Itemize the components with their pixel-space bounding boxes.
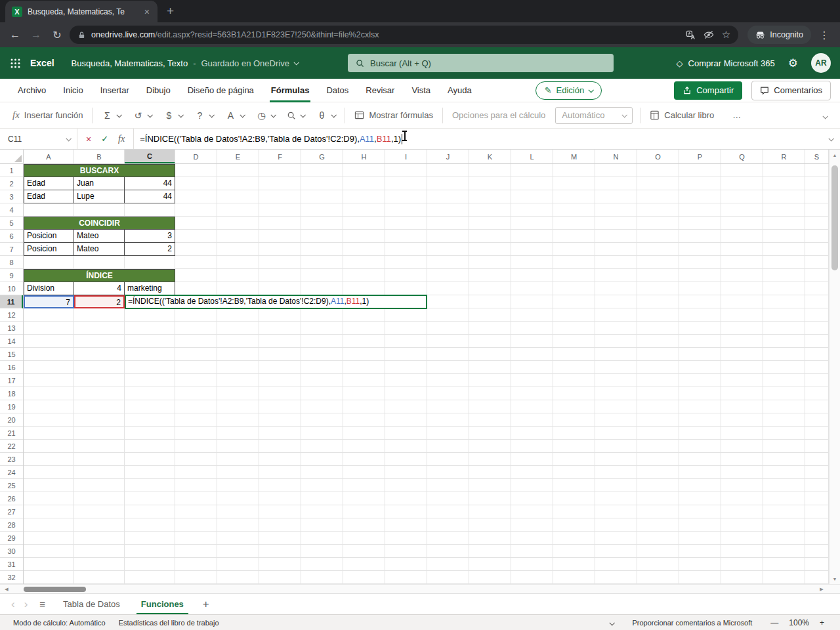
row-header-2[interactable]: 2	[0, 177, 23, 190]
ribbon-tab-insertar[interactable]: Insertar	[92, 79, 138, 102]
text-functions-dropdown[interactable]: A	[219, 105, 250, 126]
financial-functions-dropdown[interactable]: $	[158, 105, 188, 126]
ribbon-overflow-button[interactable]: …	[726, 105, 747, 126]
url-text[interactable]: onedrive.live.com/edit.aspx?resid=563B1A…	[91, 30, 681, 39]
ribbon-tab-ayuda[interactable]: Ayuda	[439, 79, 480, 102]
row-header-18[interactable]: 18	[0, 387, 23, 400]
row-header-20[interactable]: 20	[0, 413, 23, 427]
forward-icon[interactable]: →	[28, 26, 45, 43]
calc-mode-status[interactable]: Modo de cálculo: Automático	[7, 619, 112, 627]
row-header-15[interactable]: 15	[0, 348, 23, 361]
scroll-right-icon[interactable]: ▶	[816, 585, 827, 593]
cell-b6[interactable]: Mateo	[74, 230, 125, 243]
row-header-4[interactable]: 4	[0, 203, 23, 217]
all-sheets-menu-icon[interactable]: ≡	[32, 598, 52, 610]
sheet-tab-tabla-de-datos[interactable]: Tabla de Datos	[52, 594, 131, 615]
select-all-corner[interactable]	[0, 150, 24, 164]
column-header-m[interactable]: M	[553, 150, 595, 163]
cell-c10[interactable]: marketing	[125, 282, 175, 295]
cell-b2[interactable]: Juan	[74, 177, 125, 190]
column-header-k[interactable]: K	[469, 150, 511, 163]
column-header-j[interactable]: J	[427, 150, 469, 163]
row-header-25[interactable]: 25	[0, 479, 23, 492]
address-bar[interactable]: onedrive.live.com/edit.aspx?resid=563B1A…	[70, 26, 738, 44]
show-formulas-button[interactable]: Mostrar fórmulas	[348, 105, 439, 126]
cell-c3[interactable]: 44	[125, 190, 175, 203]
row-header-3[interactable]: 3	[0, 190, 23, 203]
insert-function-button[interactable]: fx Insertar función	[7, 105, 89, 126]
cell-a7[interactable]: Posicion	[24, 243, 74, 256]
account-avatar[interactable]: AR	[811, 53, 831, 73]
reload-icon[interactable]: ↻	[49, 26, 66, 43]
save-status[interactable]: Guardado en OneDrive	[201, 58, 297, 68]
row-header-9[interactable]: 9	[0, 269, 23, 282]
row-header-14[interactable]: 14	[0, 335, 23, 348]
sheet-tab-funciones[interactable]: Funciones	[131, 594, 194, 615]
row-header-19[interactable]: 19	[0, 400, 23, 413]
cell-c7[interactable]: 2	[125, 243, 175, 256]
row-header-32[interactable]: 32	[0, 571, 23, 584]
row-header-17[interactable]: 17	[0, 374, 23, 387]
ribbon-tab-diseno-de-pagina[interactable]: Diseño de página	[179, 79, 262, 102]
row-header-27[interactable]: 27	[0, 505, 23, 518]
cell-b7[interactable]: Mateo	[74, 243, 125, 256]
cells-layer[interactable]: BUSCARXEdadJuan44EdadLupe44COINCIDIRPosi…	[24, 164, 829, 584]
cell-a2[interactable]: Edad	[24, 177, 74, 190]
column-header-q[interactable]: Q	[721, 150, 763, 163]
cell-c6[interactable]: 3	[125, 230, 175, 243]
column-header-l[interactable]: L	[511, 150, 553, 163]
app-launcher-waffle-icon[interactable]	[0, 47, 30, 79]
cell-b10[interactable]: 4	[74, 282, 125, 295]
row-header-7[interactable]: 7	[0, 243, 23, 256]
browser-tab[interactable]: X Busqueda, Matematicas, Te ×	[5, 1, 158, 22]
ribbon-tab-revisar[interactable]: Revisar	[357, 79, 403, 102]
row-header-26[interactable]: 26	[0, 492, 23, 505]
calculate-workbook-button[interactable]: Calcular libro	[644, 105, 720, 126]
cancel-entry-icon[interactable]: ×	[86, 134, 91, 144]
share-button[interactable]: Compartir	[674, 81, 742, 100]
math-trig-functions-dropdown[interactable]: θ	[310, 105, 341, 126]
name-box[interactable]: C11	[0, 129, 77, 149]
row-header-10[interactable]: 10	[0, 282, 23, 295]
row-header-29[interactable]: 29	[0, 532, 23, 545]
row-header-12[interactable]: 12	[0, 308, 23, 322]
column-header-b[interactable]: B	[74, 150, 125, 163]
column-header-h[interactable]: H	[343, 150, 385, 163]
cell-b3[interactable]: Lupe	[74, 190, 125, 203]
search-box[interactable]: Buscar (Alt + Q)	[348, 54, 614, 72]
row-header-31[interactable]: 31	[0, 558, 23, 571]
row-header-8[interactable]: 8	[0, 256, 23, 269]
cell-b11[interactable]: 2	[74, 295, 125, 308]
eye-off-icon[interactable]	[704, 30, 714, 40]
autosum-dropdown[interactable]: Σ	[96, 105, 127, 126]
column-header-g[interactable]: G	[301, 150, 343, 163]
bookmark-star-icon[interactable]: ☆	[722, 29, 730, 41]
column-header-f[interactable]: F	[259, 150, 301, 163]
ribbon-tab-datos[interactable]: Datos	[318, 79, 357, 102]
zoom-out-button[interactable]: —	[770, 618, 778, 627]
scroll-left-icon[interactable]: ◀	[1, 585, 12, 593]
cell-a11[interactable]: 7	[24, 295, 74, 308]
formula-text[interactable]: =ÍNDICE(('Tabla de Datos'!A2:B9,'Tabla d…	[134, 129, 402, 149]
back-icon[interactable]: ←	[7, 26, 24, 43]
row-header-13[interactable]: 13	[0, 322, 23, 335]
row-header-28[interactable]: 28	[0, 518, 23, 532]
zoom-level[interactable]: 100%	[789, 618, 809, 627]
column-header-c[interactable]: C	[125, 150, 175, 163]
row-header-1[interactable]: 1	[0, 164, 23, 177]
column-header-n[interactable]: N	[595, 150, 637, 163]
row-header-11[interactable]: 11	[0, 295, 23, 308]
app-name[interactable]: Excel	[30, 58, 54, 68]
settings-gear-icon[interactable]: ⚙	[788, 56, 798, 70]
column-header-r[interactable]: R	[763, 150, 805, 163]
logical-functions-dropdown[interactable]: ?	[188, 105, 219, 126]
row-header-30[interactable]: 30	[0, 545, 23, 558]
cell-a3[interactable]: Edad	[24, 190, 74, 203]
cell-a6[interactable]: Posicion	[24, 230, 74, 243]
datetime-functions-dropdown[interactable]: ◷	[250, 105, 281, 126]
row-header-22[interactable]: 22	[0, 440, 23, 453]
cell-c2[interactable]: 44	[125, 177, 175, 190]
add-sheet-button[interactable]: +	[194, 598, 218, 611]
zoom-in-button[interactable]: +	[820, 618, 824, 627]
cell-a9[interactable]: ÍNDICE	[24, 269, 175, 282]
